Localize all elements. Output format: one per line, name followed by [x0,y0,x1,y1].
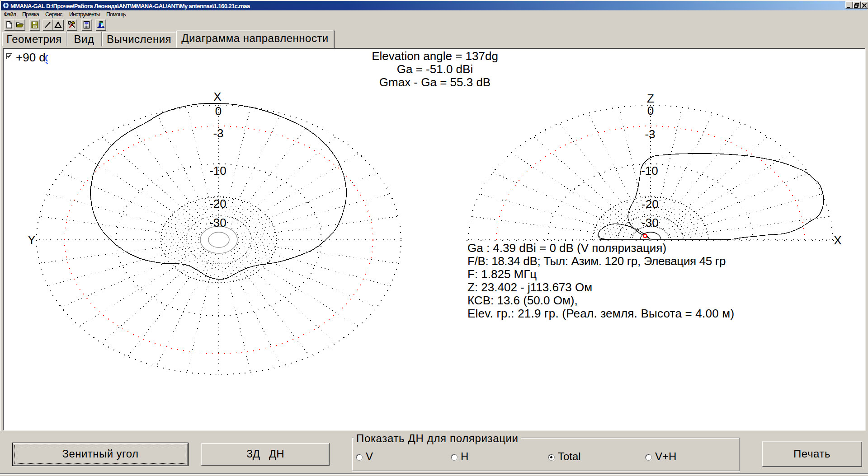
svg-text:-20: -20 [642,197,659,211]
svg-text:Elevation angle = 137dg: Elevation angle = 137dg [372,49,498,63]
svg-text:Elev. гр.: 21.9 гр. (Реал. зем: Elev. гр.: 21.9 гр. (Реал. земля. Высота… [467,307,734,320]
svg-text:0: 0 [215,104,222,118]
svg-text:-10: -10 [641,164,658,177]
svg-text:X: X [834,233,841,247]
svg-text:Ga : 4.39 dBi = 0 dB (V поляр: Ga : 4.39 dBi = 0 dB (V поляризация) [467,241,666,255]
svg-text:-10: -10 [209,164,226,177]
svg-text:КСВ: 13.6 (50.0 Ом),: КСВ: 13.6 (50.0 Ом), [467,294,578,307]
svg-text:-30: -30 [642,216,659,229]
svg-text:Z: Z [647,92,654,105]
svg-text:-3: -3 [213,126,223,140]
svg-text:Z: 23.402 - j113.673 Ом: Z: 23.402 - j113.673 Ом [467,280,592,294]
svg-text:Y: Y [28,233,35,247]
svg-text:-20: -20 [209,197,226,210]
svg-text:X: X [213,90,221,103]
svg-text:Gmax - Ga = 55.3 dB: Gmax - Ga = 55.3 dB [379,75,491,89]
svg-text:0: 0 [647,104,654,117]
svg-text:-3: -3 [645,127,655,141]
svg-text:F: 1.825 МГц: F: 1.825 МГц [467,267,537,281]
svg-text:F/B: 18.34 dB; Тыл: Азим. 120: F/B: 18.34 dB; Тыл: Азим. 120 гр, Элевац… [467,254,726,268]
svg-text:-30: -30 [209,216,226,229]
svg-text:Ga = -51.0 dBi: Ga = -51.0 dBi [397,62,473,76]
